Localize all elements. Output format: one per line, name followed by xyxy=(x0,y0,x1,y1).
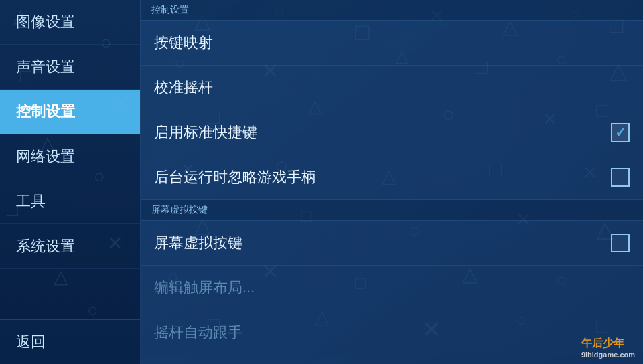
menu-item-standard-shortcuts[interactable]: 启用标准快捷键 xyxy=(141,110,643,155)
sidebar-bg-pattern: △ ○ □ ✕ △ ○ □ ✕ △ ○ xyxy=(0,0,140,364)
menu-item-joystick-follow: 摇杆自动跟手 xyxy=(141,310,643,355)
watermark-line2: 9ibidgame.com xyxy=(581,351,635,359)
ignore-gamepad-checkbox[interactable] xyxy=(611,168,630,187)
main-content: △ ○ □ ✕ △ ○ □ ○ ✕ △ □ ○ △ □ △ ○ ✕ □ ✕ ○ … xyxy=(141,0,643,364)
menu-item-keymapping[interactable]: 按键映射 xyxy=(141,21,643,66)
menu-item-edit-layout: 编辑触屏布局... xyxy=(141,266,643,310)
section-header-control: 控制设置 xyxy=(141,0,643,21)
menu-item-ignore-gamepad[interactable]: 后台运行时忽略游戏手柄 xyxy=(141,155,643,200)
watermark: 午后少年 9ibidgame.com xyxy=(581,337,635,359)
watermark-line1: 午后少年 xyxy=(581,337,635,351)
section-header-virtual-keys: 屏幕虚拟按键 xyxy=(141,200,643,221)
standard-shortcuts-checkbox[interactable] xyxy=(611,123,630,142)
sidebar: △ ○ □ ✕ △ ○ □ ✕ △ ○ 图像设置 声音设置 控制设置 网络设置 … xyxy=(0,0,141,364)
menu-item-calibrate[interactable]: 校准摇杆 xyxy=(141,66,643,110)
menu-item-virtual-keys[interactable]: 屏幕虚拟按键 xyxy=(141,221,643,266)
virtual-keys-checkbox[interactable] xyxy=(611,234,630,252)
